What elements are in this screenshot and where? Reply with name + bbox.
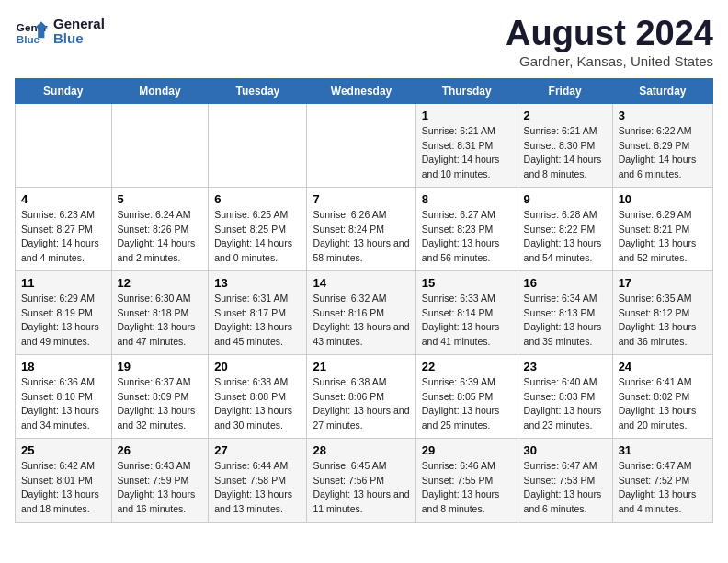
sunrise-text: Sunrise: 6:33 AM xyxy=(422,292,512,306)
daylight-text: Daylight: 14 hours and 8 minutes. xyxy=(524,153,607,182)
sunrise-text: Sunrise: 6:21 AM xyxy=(524,124,607,139)
day-number: 15 xyxy=(422,276,512,290)
day-info: Sunrise: 6:46 AM Sunset: 7:55 PM Dayligh… xyxy=(422,459,512,517)
daylight-text: Daylight: 13 hours and 30 minutes. xyxy=(214,404,301,433)
daylight-text: Daylight: 13 hours and 34 minutes. xyxy=(21,404,106,433)
calendar-cell: 10 Sunrise: 6:29 AM Sunset: 8:21 PM Dayl… xyxy=(612,187,712,270)
daylight-text: Daylight: 13 hours and 47 minutes. xyxy=(118,320,203,350)
calendar-cell: 16 Sunrise: 6:34 AM Sunset: 8:13 PM Dayl… xyxy=(518,270,612,354)
sunrise-text: Sunrise: 6:42 AM xyxy=(21,459,106,474)
day-number: 28 xyxy=(313,443,409,457)
day-number: 8 xyxy=(422,192,512,206)
daylight-text: Daylight: 14 hours and 6 minutes. xyxy=(619,153,707,182)
day-number: 19 xyxy=(118,360,203,373)
day-info: Sunrise: 6:22 AM Sunset: 8:29 PM Dayligh… xyxy=(619,124,707,182)
daylight-text: Daylight: 13 hours and 49 minutes. xyxy=(21,320,106,350)
sunset-text: Sunset: 7:52 PM xyxy=(619,474,707,488)
day-info: Sunrise: 6:33 AM Sunset: 8:14 PM Dayligh… xyxy=(422,292,512,350)
sunrise-text: Sunrise: 6:44 AM xyxy=(214,459,301,474)
calendar-cell: 4 Sunrise: 6:23 AM Sunset: 8:27 PM Dayli… xyxy=(16,187,112,270)
day-number: 31 xyxy=(619,443,707,457)
title-section: August 2024 Gardner, Kansas, United Stat… xyxy=(506,15,713,69)
day-info: Sunrise: 6:41 AM Sunset: 8:02 PM Dayligh… xyxy=(619,375,707,433)
daylight-text: Daylight: 13 hours and 16 minutes. xyxy=(118,488,203,517)
calendar-cell: 22 Sunrise: 6:39 AM Sunset: 8:05 PM Dayl… xyxy=(415,354,518,438)
daylight-text: Daylight: 14 hours and 10 minutes. xyxy=(422,153,512,182)
daylight-text: Daylight: 13 hours and 23 minutes. xyxy=(524,404,607,433)
calendar-header-row: Sunday Monday Tuesday Wednesday Thursday… xyxy=(16,78,713,103)
daylight-text: Daylight: 13 hours and 54 minutes. xyxy=(524,236,607,266)
sunset-text: Sunset: 8:30 PM xyxy=(524,139,607,154)
calendar-week-row: 4 Sunrise: 6:23 AM Sunset: 8:27 PM Dayli… xyxy=(16,187,713,270)
day-number: 12 xyxy=(118,276,203,290)
sunset-text: Sunset: 8:26 PM xyxy=(118,223,203,237)
sunrise-text: Sunrise: 6:36 AM xyxy=(21,375,106,390)
sunset-text: Sunset: 7:58 PM xyxy=(214,474,301,488)
sunrise-text: Sunrise: 6:43 AM xyxy=(118,459,203,474)
sunrise-text: Sunrise: 6:47 AM xyxy=(619,459,707,474)
day-number: 14 xyxy=(313,276,409,290)
daylight-text: Daylight: 13 hours and 4 minutes. xyxy=(619,488,707,517)
day-number: 27 xyxy=(214,443,301,457)
sunset-text: Sunset: 8:13 PM xyxy=(524,306,607,321)
day-number: 7 xyxy=(313,192,409,206)
sunrise-text: Sunrise: 6:45 AM xyxy=(313,459,409,474)
calendar-week-row: 11 Sunrise: 6:29 AM Sunset: 8:19 PM Dayl… xyxy=(16,270,713,354)
calendar-cell: 28 Sunrise: 6:45 AM Sunset: 7:56 PM Dayl… xyxy=(307,438,415,522)
calendar-cell: 13 Sunrise: 6:31 AM Sunset: 8:17 PM Dayl… xyxy=(209,270,307,354)
sunset-text: Sunset: 8:08 PM xyxy=(214,390,301,405)
daylight-text: Daylight: 13 hours and 41 minutes. xyxy=(422,320,512,350)
calendar-cell xyxy=(16,103,112,187)
daylight-text: Daylight: 14 hours and 4 minutes. xyxy=(21,236,106,266)
sunrise-text: Sunrise: 6:31 AM xyxy=(214,292,301,306)
sunset-text: Sunset: 8:31 PM xyxy=(422,139,512,154)
sunrise-text: Sunrise: 6:22 AM xyxy=(619,124,707,139)
day-info: Sunrise: 6:24 AM Sunset: 8:26 PM Dayligh… xyxy=(118,208,203,266)
sunset-text: Sunset: 8:21 PM xyxy=(619,223,707,237)
day-info: Sunrise: 6:29 AM Sunset: 8:21 PM Dayligh… xyxy=(619,208,707,266)
sunrise-text: Sunrise: 6:41 AM xyxy=(619,375,707,390)
calendar-cell: 19 Sunrise: 6:37 AM Sunset: 8:09 PM Dayl… xyxy=(111,354,209,438)
sunset-text: Sunset: 8:25 PM xyxy=(214,223,301,237)
sunrise-text: Sunrise: 6:29 AM xyxy=(21,292,106,306)
calendar-cell: 15 Sunrise: 6:33 AM Sunset: 8:14 PM Dayl… xyxy=(415,270,518,354)
day-info: Sunrise: 6:31 AM Sunset: 8:17 PM Dayligh… xyxy=(214,292,301,350)
calendar-cell: 21 Sunrise: 6:38 AM Sunset: 8:06 PM Dayl… xyxy=(307,354,415,438)
calendar-week-row: 18 Sunrise: 6:36 AM Sunset: 8:10 PM Dayl… xyxy=(16,354,713,438)
sunrise-text: Sunrise: 6:23 AM xyxy=(21,208,106,223)
sunset-text: Sunset: 8:02 PM xyxy=(619,390,707,405)
calendar-cell: 17 Sunrise: 6:35 AM Sunset: 8:12 PM Dayl… xyxy=(612,270,712,354)
sunset-text: Sunset: 8:29 PM xyxy=(619,139,707,154)
daylight-text: Daylight: 13 hours and 11 minutes. xyxy=(313,488,409,517)
sunrise-text: Sunrise: 6:37 AM xyxy=(118,375,203,390)
calendar-cell xyxy=(111,103,209,187)
day-info: Sunrise: 6:35 AM Sunset: 8:12 PM Dayligh… xyxy=(619,292,707,350)
sunset-text: Sunset: 8:18 PM xyxy=(118,306,203,321)
sunset-text: Sunset: 8:16 PM xyxy=(313,306,409,321)
day-number: 21 xyxy=(313,360,409,373)
day-info: Sunrise: 6:29 AM Sunset: 8:19 PM Dayligh… xyxy=(21,292,106,350)
calendar-table: Sunday Monday Tuesday Wednesday Thursday… xyxy=(15,78,713,523)
day-info: Sunrise: 6:43 AM Sunset: 7:59 PM Dayligh… xyxy=(118,459,203,517)
daylight-text: Daylight: 13 hours and 6 minutes. xyxy=(524,488,607,517)
page-subtitle: Gardner, Kansas, United States xyxy=(506,53,713,69)
calendar-cell: 3 Sunrise: 6:22 AM Sunset: 8:29 PM Dayli… xyxy=(612,103,712,187)
calendar-cell: 6 Sunrise: 6:25 AM Sunset: 8:25 PM Dayli… xyxy=(209,187,307,270)
day-info: Sunrise: 6:38 AM Sunset: 8:06 PM Dayligh… xyxy=(313,375,409,433)
day-info: Sunrise: 6:47 AM Sunset: 7:52 PM Dayligh… xyxy=(619,459,707,517)
day-info: Sunrise: 6:36 AM Sunset: 8:10 PM Dayligh… xyxy=(21,375,106,433)
day-number: 6 xyxy=(214,192,301,206)
sunrise-text: Sunrise: 6:26 AM xyxy=(313,208,409,223)
sunrise-text: Sunrise: 6:32 AM xyxy=(313,292,409,306)
sunrise-text: Sunrise: 6:39 AM xyxy=(422,375,512,390)
day-number: 18 xyxy=(21,360,106,373)
sunrise-text: Sunrise: 6:46 AM xyxy=(422,459,512,474)
sunset-text: Sunset: 8:19 PM xyxy=(21,306,106,321)
sunrise-text: Sunrise: 6:38 AM xyxy=(313,375,409,390)
calendar-cell: 5 Sunrise: 6:24 AM Sunset: 8:26 PM Dayli… xyxy=(111,187,209,270)
day-number: 23 xyxy=(524,360,607,373)
day-info: Sunrise: 6:44 AM Sunset: 7:58 PM Dayligh… xyxy=(214,459,301,517)
daylight-text: Daylight: 14 hours and 0 minutes. xyxy=(214,236,301,266)
sunrise-text: Sunrise: 6:28 AM xyxy=(524,208,607,223)
sunset-text: Sunset: 7:56 PM xyxy=(313,474,409,488)
